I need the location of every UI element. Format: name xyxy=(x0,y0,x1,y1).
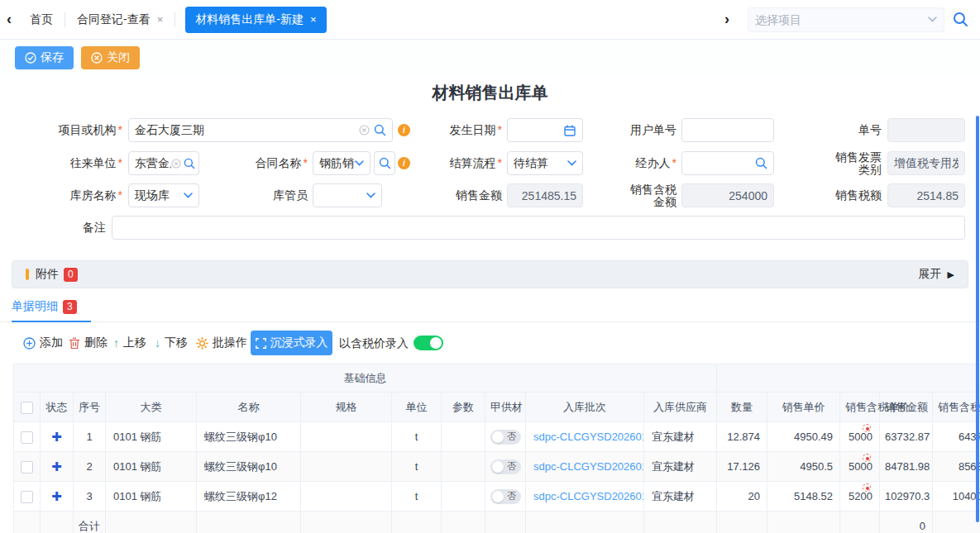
save-button-label: 保存 xyxy=(41,50,64,65)
save-button[interactable]: 保存 xyxy=(15,46,74,69)
tab-material-sales-new[interactable]: 材料销售出库单-新建 × xyxy=(185,7,326,33)
warehouse-select[interactable]: 现场库 xyxy=(128,183,199,207)
row-insert-icon[interactable]: ✚ xyxy=(51,430,62,444)
cell-qty: 12.874 xyxy=(717,422,767,452)
project-field[interactable]: 金石大厦三期 xyxy=(128,118,393,142)
circle-plus-icon xyxy=(23,337,36,350)
trash-icon xyxy=(69,337,80,350)
toggle-knob xyxy=(492,491,504,502)
cell-amount-tax: 64370 xyxy=(933,422,980,452)
tabs-scroll-right-icon[interactable]: › xyxy=(724,11,729,28)
total-label: 合计 xyxy=(74,512,106,533)
close-tab-icon[interactable]: × xyxy=(157,13,164,26)
table-row: ✚ 3 0101 钢筋 螺纹三级钢φ12 t 否 sdpc-CLCGYSD202… xyxy=(14,482,980,512)
toggle-label: 否 xyxy=(507,431,516,443)
owner-supplied-toggle[interactable]: 否 xyxy=(490,459,521,474)
cell-unit: t xyxy=(392,482,442,512)
tab-home[interactable]: 首页 xyxy=(18,0,65,40)
add-row-button[interactable]: 添加 xyxy=(23,331,63,355)
tab-material-sales-new-label: 材料销售出库单-新建 xyxy=(195,12,304,27)
doc-no-label: 单号 xyxy=(782,118,882,142)
clear-icon[interactable] xyxy=(171,159,181,169)
user-no-field[interactable] xyxy=(681,118,774,142)
fullscreen-icon xyxy=(256,338,266,349)
date-field[interactable] xyxy=(507,118,583,142)
batch-link[interactable]: sdpc-CLCGYSD202601 xyxy=(533,490,644,502)
expand-button[interactable]: 展开 ▶ xyxy=(919,267,954,282)
search-icon[interactable] xyxy=(184,158,195,169)
page-title: 材料销售出库单 xyxy=(0,82,980,104)
up-arrow-icon: ↑ xyxy=(113,336,119,350)
settle-flow-select[interactable]: 待结算 xyxy=(507,151,583,175)
warehouse-value: 现场库 xyxy=(135,188,184,203)
contract-select[interactable]: 钢筋销售 xyxy=(313,151,370,175)
group-header-basic-info: 基础信息 xyxy=(14,364,717,393)
move-up-button[interactable]: ↑ 上移 xyxy=(113,331,146,355)
table-total-row: 合计 0 xyxy=(14,512,980,533)
tab-contract-view[interactable]: 合同登记-查看 × xyxy=(65,0,174,40)
select-all-checkbox[interactable] xyxy=(21,402,33,414)
cell-spec xyxy=(301,452,392,482)
detail-count-badge: 3 xyxy=(63,300,77,314)
batch-link[interactable]: sdpc-CLCGYSD202601 xyxy=(533,460,644,473)
delete-row-label: 删除 xyxy=(84,336,108,350)
required-star: * xyxy=(304,156,308,169)
owner-supplied-toggle[interactable]: 否 xyxy=(490,430,521,445)
clear-icon[interactable] xyxy=(359,125,370,136)
cell-price: 4950.49 xyxy=(767,422,840,452)
tab-divider xyxy=(174,12,175,27)
row-insert-icon[interactable]: ✚ xyxy=(51,489,62,503)
row-insert-icon[interactable]: ✚ xyxy=(51,459,62,474)
settle-flow-value: 待结算 xyxy=(514,156,567,171)
keeper-select[interactable] xyxy=(313,183,382,207)
tab-detail-lines[interactable]: 单据明细 3 xyxy=(12,299,77,314)
tax-entry-toggle[interactable] xyxy=(414,336,443,350)
active-tab-underline xyxy=(12,321,91,322)
tabs-scroll-left-icon[interactable]: ‹ xyxy=(0,11,18,28)
contract-search-button[interactable] xyxy=(374,151,395,175)
move-down-button[interactable]: ↓ 下移 xyxy=(155,331,188,355)
search-icon[interactable] xyxy=(953,12,968,27)
attachments-label: 附件 xyxy=(36,267,59,282)
owner-supplied-toggle[interactable]: 否 xyxy=(490,489,521,504)
batch-link[interactable]: sdpc-CLCGYSD202601 xyxy=(533,431,644,443)
close-tab-icon[interactable]: × xyxy=(310,13,317,26)
counterparty-field[interactable]: 东营金辰建 xyxy=(128,151,199,175)
contract-label: 合同名称* xyxy=(218,151,308,175)
search-icon[interactable] xyxy=(374,124,386,136)
cell-category: 0101 钢筋 xyxy=(106,422,197,452)
row-checkbox[interactable] xyxy=(21,491,33,503)
vertical-scrollbar[interactable] xyxy=(976,116,979,522)
col-amount-tax: 销售含税金额 xyxy=(933,393,980,422)
date-label: 发生日期* xyxy=(414,118,502,142)
chevron-down-icon xyxy=(928,17,937,22)
invoice-type-value: 增值税专用发票|13% xyxy=(894,156,958,171)
project-select-input[interactable] xyxy=(755,13,928,26)
row-checkbox[interactable] xyxy=(21,461,33,474)
table-row: ✚ 1 0101 钢筋 螺纹三级钢φ10 t 否 sdpc-CLCGYSD202… xyxy=(14,422,980,452)
modified-marker-icon xyxy=(863,483,871,492)
row-checkbox[interactable] xyxy=(21,431,33,444)
info-icon[interactable]: i xyxy=(398,157,410,169)
user-no-label: 用户单号 xyxy=(594,118,676,142)
sales-amount-tax-label: 销售含税 金额 xyxy=(594,183,676,207)
tab-contract-view-label: 合同登记-查看 xyxy=(77,12,151,27)
search-icon[interactable] xyxy=(755,157,767,169)
contract-value: 钢筋销售 xyxy=(319,156,355,171)
calendar-icon[interactable] xyxy=(563,124,576,137)
cell-param xyxy=(442,482,485,512)
remark-field[interactable] xyxy=(112,216,965,240)
immersive-entry-button[interactable]: 沉浸式录入 xyxy=(251,331,332,355)
cell-supplier: 宜东建材 xyxy=(644,452,717,482)
close-button[interactable]: 关闭 xyxy=(81,46,140,69)
attachments-bar: 附件 0 展开 ▶ xyxy=(12,260,968,288)
project-select[interactable] xyxy=(748,7,944,32)
check-circle-icon xyxy=(25,52,36,64)
handler-field[interactable] xyxy=(681,151,774,175)
info-icon[interactable]: i xyxy=(398,124,410,136)
cell-unit: t xyxy=(392,452,442,482)
cell-name: 螺纹三级钢φ10 xyxy=(197,422,301,452)
delete-row-button[interactable]: 删除 xyxy=(69,331,108,355)
col-price: 销售单价 xyxy=(767,393,840,422)
chevron-down-icon xyxy=(184,193,193,198)
